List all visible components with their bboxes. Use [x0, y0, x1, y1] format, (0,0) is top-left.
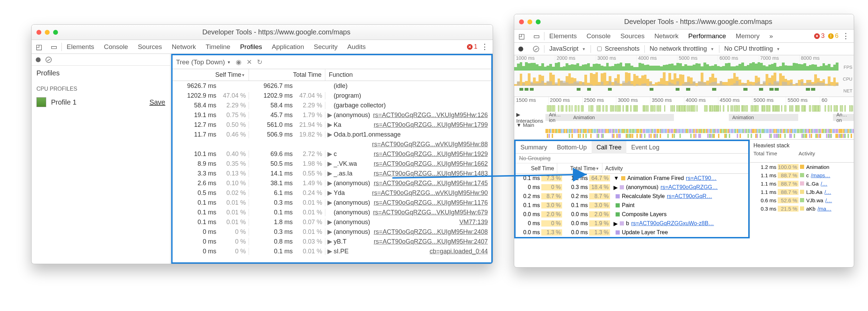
tab-security[interactable]: Security: [309, 40, 343, 54]
device-icon[interactable]: ▭: [47, 43, 61, 51]
heaviest-row[interactable]: 1.2 ms100.0 %Animation: [750, 163, 854, 171]
calltree-row[interactable]: 0.2 ms8.7 %0.2 ms8.7 %Recalculate Style …: [516, 192, 748, 201]
close-x-icon[interactable]: ✕: [247, 58, 252, 66]
device-icon[interactable]: ▭: [529, 32, 544, 40]
save-link[interactable]: Save: [149, 98, 165, 106]
source-link[interactable]: cb=gapi.loaded_0:44: [429, 248, 491, 255]
table-row[interactable]: 0 ms0 %0.8 ms0.03 %▶yB.Trs=ACT90oGqRZGG.…: [173, 237, 491, 246]
table-row[interactable]: 0 ms0 %0.3 ms0.01 %▶(anonymous)rs=ACT90o…: [173, 227, 491, 237]
source-link[interactable]: rs=ACT90oGqRZGG...wVKUIgM95Hw:90: [372, 189, 491, 197]
source-link[interactable]: rs=ACT90oGqRZGG...VKUIgM95Hw:679: [373, 209, 491, 216]
main-track[interactable]: ▼ Main: [516, 122, 854, 139]
table-row[interactable]: 58.4 ms2.29 %58.4 ms2.29 %(garbage colle…: [173, 100, 491, 110]
subtab-summary[interactable]: Summary: [516, 141, 552, 154]
tab-performance[interactable]: Performance: [683, 29, 731, 43]
source-link[interactable]: rs=ACT90oGqRZGG...KUIgM95Hw:2408: [374, 228, 491, 236]
table-row[interactable]: 2.6 ms0.10 %38.1 ms1.49 %▶(anonymous)rs=…: [173, 178, 491, 188]
calltree-row[interactable]: 0.1 ms3.0 %0.1 ms3.0 %Paint: [516, 201, 748, 210]
tab-memory[interactable]: Memory: [731, 29, 765, 43]
kebab-icon[interactable]: ⋮: [842, 32, 850, 41]
col-total-time[interactable]: Total Time: [557, 163, 602, 173]
source-link[interactable]: VM77:139: [459, 219, 491, 226]
tab-application[interactable]: Application: [267, 40, 309, 54]
warning-badge[interactable]: !6: [828, 32, 838, 40]
heaviest-row[interactable]: 1.1 ms88.7 %iL.Ga /…: [750, 179, 854, 188]
table-row[interactable]: 8.9 ms0.35 %50.5 ms1.98 %▶_.VK.wars=ACT9…: [173, 159, 491, 169]
table-row[interactable]: 19.1 ms0.75 %45.7 ms1.79 %▶(anonymous)rs…: [173, 110, 491, 120]
table-row[interactable]: 1202.9 ms47.04 %1202.9 ms47.04 %(program…: [173, 91, 491, 100]
detail-view[interactable]: 1500 ms2000 ms2500 ms3000 ms3500 ms4000 …: [514, 97, 854, 140]
table-row[interactable]: 11.7 ms0.46 %506.9 ms19.82 %▶Oda.b.port1…: [173, 130, 491, 139]
heaviest-row[interactable]: 1.1 ms88.7 %c /maps…: [750, 171, 854, 179]
col-activity[interactable]: Activity: [602, 163, 748, 173]
table-row[interactable]: 10.1 ms0.40 %69.6 ms2.72 %▶crs=ACT90oGqR…: [173, 149, 491, 159]
filter-select[interactable]: JavaScript: [549, 45, 586, 52]
eye-icon[interactable]: ◉: [236, 58, 242, 66]
heaviest-row[interactable]: 1.1 ms88.7 %LJb.Aa /…: [750, 188, 854, 196]
source-link[interactable]: rs=ACT90oGqRZGG...KUIgM95Hw:2407: [374, 238, 491, 245]
screenshots-toggle[interactable]: Screenshots: [596, 45, 640, 52]
tab-timeline[interactable]: Timeline: [201, 40, 235, 54]
zoom-icon[interactable]: [53, 30, 58, 35]
col-function[interactable]: Function: [325, 69, 491, 81]
source-link[interactable]: rs=ACT90oGqRZGG...KUIgM95Hw:1483: [374, 170, 491, 177]
tab-elements[interactable]: Elements: [544, 29, 582, 43]
tab-sources[interactable]: Sources: [616, 29, 650, 43]
overview[interactable]: 1000 ms2000 ms3000 ms4000 ms5000 ms6000 …: [514, 55, 854, 97]
record-icon[interactable]: [518, 47, 523, 51]
tab-network[interactable]: Network: [650, 29, 684, 43]
source-link[interactable]: rs=ACT90oGqRZGG...KUIgM95Hw:1745: [374, 180, 491, 187]
tab-network[interactable]: Network: [167, 40, 201, 54]
source-link[interactable]: rs=ACT90oGqRZGG...KUIgM95Hw:1176: [374, 199, 491, 206]
table-row[interactable]: 12.7 ms0.50 %561.0 ms21.94 %▶Kars=ACT90o…: [173, 120, 491, 130]
close-icon[interactable]: [36, 30, 41, 35]
calltree-row[interactable]: 0.1 ms7.3 %1.2 ms64.7 %▼Animation Frame …: [516, 174, 748, 183]
source-link[interactable]: rs=ACT90oGqRZGG...KUIgM95Hw:1799: [374, 121, 491, 129]
table-row[interactable]: 0 ms0 %0.1 ms0.01 %▶sI.PEcb=gapi.loaded_…: [173, 246, 491, 256]
error-badge[interactable]: ✕1: [467, 43, 477, 50]
titlebar[interactable]: Developer Tools - https://www.google.com…: [514, 14, 854, 30]
calltree-row[interactable]: 0 ms0 %0.0 ms1.9 %▶b rs=ACT90oGqRZGGxuWo…: [516, 219, 748, 228]
tab-sources[interactable]: Sources: [133, 40, 167, 54]
table-row[interactable]: rs=ACT90oGqRZGG...wVKUIgM95Hw:88: [173, 139, 491, 149]
source-link[interactable]: rs=ACT90oGqRZGG...KUIgM95Hw:1662: [374, 160, 491, 167]
zoom-icon[interactable]: [536, 19, 541, 24]
source-link[interactable]: rs=ACT90oGqRZGG...wVKUIgM95Hw:88: [372, 141, 491, 148]
tab-profiles[interactable]: Profiles: [235, 40, 267, 54]
subtab-eventlog[interactable]: Event Log: [626, 141, 664, 154]
calltree-row[interactable]: 0.0 ms2.0 %0.0 ms2.0 %Composite Layers: [516, 210, 748, 219]
minimize-icon[interactable]: [45, 30, 50, 35]
clear-icon[interactable]: [45, 57, 52, 63]
inspect-icon[interactable]: ◰: [514, 32, 529, 40]
kebab-icon[interactable]: ⋮: [481, 42, 489, 51]
subtab-calltree[interactable]: Call Tree: [592, 141, 626, 154]
tab-console[interactable]: Console: [99, 40, 133, 54]
grouping-select[interactable]: No Grouping: [516, 154, 748, 163]
clear-icon[interactable]: [533, 46, 539, 52]
net-throttle-select[interactable]: No network throttling: [650, 45, 714, 52]
table-row[interactable]: 3.3 ms0.13 %14.1 ms0.55 %▶_.as.Iars=ACT9…: [173, 169, 491, 178]
tab-console[interactable]: Console: [582, 29, 616, 43]
table-row[interactable]: 0.1 ms0.01 %0.3 ms0.01 %▶(anonymous)rs=A…: [173, 198, 491, 207]
inspect-icon[interactable]: ◰: [32, 43, 47, 51]
titlebar[interactable]: Developer Tools - https://www.google.com…: [32, 25, 493, 40]
heaviest-row[interactable]: 0.3 ms21.5 %aKb /ma…: [750, 204, 854, 213]
record-icon[interactable]: [36, 57, 41, 62]
view-select[interactable]: Tree (Top Down) ▼: [176, 58, 231, 66]
tab-elements[interactable]: Elements: [62, 40, 99, 54]
minimize-icon[interactable]: [527, 19, 532, 24]
col-self-time[interactable]: Self Time: [516, 163, 557, 173]
close-icon[interactable]: [519, 19, 524, 24]
profile-item[interactable]: Profile 1 Save: [32, 95, 170, 109]
error-badge[interactable]: ✕3: [814, 32, 825, 40]
calltree-row[interactable]: 0 ms0 %0.3 ms18.4 %▶(anonymous) rs=ACT90…: [516, 183, 748, 192]
col-total-time[interactable]: Total Time: [249, 69, 325, 81]
heaviest-row[interactable]: 0.6 ms52.6 %VJb.wa /…: [750, 196, 854, 204]
tabs-overflow[interactable]: »: [765, 29, 778, 43]
cpu-throttle-select[interactable]: No CPU throttling: [724, 45, 780, 52]
reload-icon[interactable]: ↻: [257, 58, 262, 66]
table-row[interactable]: 9626.7 ms9626.7 ms(idle): [173, 81, 491, 91]
table-row[interactable]: 0.5 ms0.02 %6.1 ms0.24 %▶Ydars=ACT90oGqR…: [173, 188, 491, 198]
table-row[interactable]: 0.1 ms0.01 %0.1 ms0.01 %(anonymous)rs=AC…: [173, 207, 491, 217]
source-link[interactable]: rs=ACT90oGqRZGG...KUIgM95Hw:1929: [374, 150, 491, 158]
